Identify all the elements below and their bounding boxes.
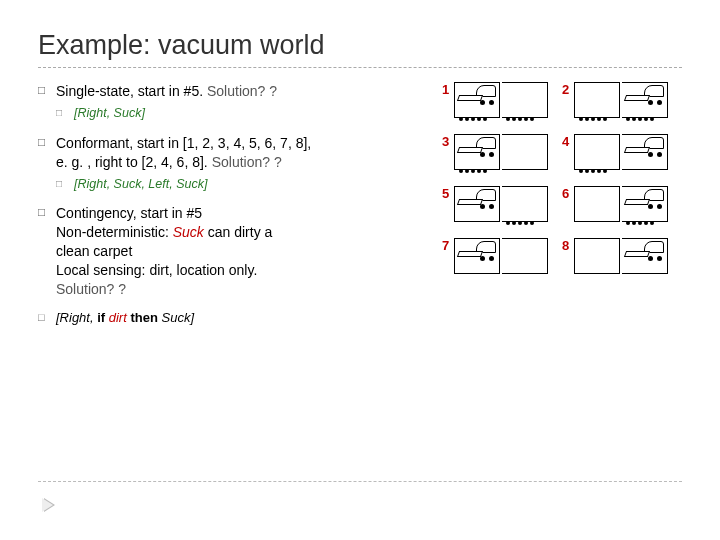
slide: Example: vacuum world Single-state, star… (0, 0, 720, 540)
cell-right (622, 238, 668, 274)
text-line-3: clean carpet (56, 242, 432, 261)
state-5: 5 (442, 186, 552, 230)
if-keyword: if (97, 310, 109, 325)
state-1: 1 (442, 82, 552, 126)
bullet-conformant-answer: [Right, Suck, Left, Suck] (38, 176, 432, 193)
then-keyword: then (127, 310, 162, 325)
title-divider (38, 67, 682, 68)
cell-left (454, 186, 500, 222)
text: [Right, Suck, Left, Suck] (74, 177, 207, 191)
text-line-4: Local sensing: dirt, location only. (56, 261, 432, 280)
solution-prompt: Solution? ? (212, 154, 282, 170)
solution-prompt: Solution? ? (207, 83, 277, 99)
state-7: 7 (442, 238, 552, 282)
text-line-2b: can dirty a (204, 224, 272, 240)
bullet-contingency-answer: [Right, if dirt then Suck] (38, 309, 432, 327)
bullet-contingency: Contingency, start in #5 Non-determinist… (38, 204, 432, 298)
state-8: 8 (562, 238, 672, 282)
text-line-2a: Non-deterministic: (56, 224, 173, 240)
text: Single-state, start in #5. (56, 83, 207, 99)
cell-left (454, 238, 500, 274)
bullet-conformant: Conformant, start in [1, 2, 3, 4, 5, 6, … (38, 134, 432, 172)
state-4: 4 (562, 134, 672, 178)
cell-right (502, 186, 548, 222)
suck-word: Suck] (161, 310, 194, 325)
state-number: 4 (562, 134, 572, 149)
cell-right (622, 134, 668, 170)
state-number: 1 (442, 82, 452, 97)
cell-right (502, 238, 548, 274)
cell-left (574, 134, 620, 170)
cell-right (502, 82, 548, 118)
cell-right (502, 134, 548, 170)
content-row: Single-state, start in #5. Solution? ? [… (38, 82, 682, 330)
cell-left (454, 134, 500, 170)
bullet-single-state: Single-state, start in #5. Solution? ? (38, 82, 432, 101)
state-6: 6 (562, 186, 672, 230)
slide-title: Example: vacuum world (38, 30, 682, 61)
bullet-single-state-answer: [Right, Suck] (38, 105, 432, 122)
cell-right (622, 186, 668, 222)
suck-word: Suck (173, 224, 204, 240)
text: [Right, Suck] (74, 106, 145, 120)
state-number: 6 (562, 186, 572, 201)
solution-prompt: Solution? ? (56, 280, 432, 299)
state-number: 3 (442, 134, 452, 149)
state-number: 8 (562, 238, 572, 253)
state-number: 2 (562, 82, 572, 97)
cell-left (454, 82, 500, 118)
state-number: 5 (442, 186, 452, 201)
text-line-1: Contingency, start in #5 (56, 204, 432, 223)
footer-divider (38, 481, 682, 482)
bullet-column: Single-state, start in #5. Solution? ? [… (38, 82, 432, 330)
state-number: 7 (442, 238, 452, 253)
cell-left (574, 238, 620, 274)
cell-right (622, 82, 668, 118)
text-line-2: e. g. , right to [2, 4, 6, 8]. (56, 154, 212, 170)
text-pre: [Right, (56, 310, 97, 325)
state-3: 3 (442, 134, 552, 178)
state-grid: 12345678 (442, 82, 682, 282)
cell-left (574, 186, 620, 222)
cell-left (574, 82, 620, 118)
nav-play-icon[interactable] (44, 498, 55, 512)
state-grid-column: 12345678 (442, 82, 682, 330)
dirt-word: dirt (109, 310, 127, 325)
state-2: 2 (562, 82, 672, 126)
text-line-1: Conformant, start in [1, 2, 3, 4, 5, 6, … (56, 134, 432, 153)
